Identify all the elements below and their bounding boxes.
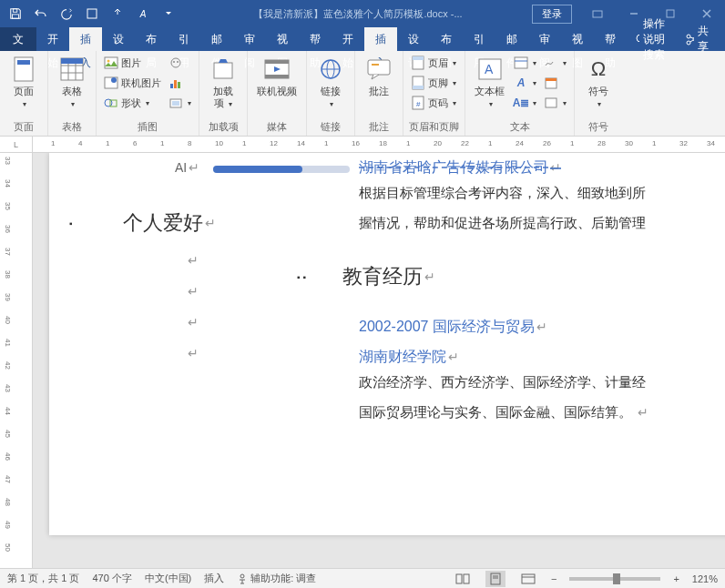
cover-page-button[interactable]: 页面▾ (5, 53, 42, 112)
zoom-level[interactable]: 121% (692, 573, 718, 584)
screenshot-button[interactable]: ▾ (167, 93, 193, 113)
right-column: 湖南省若晗广告传媒有限公司↵ 根据目标管理综合考评内容，深入、细致地到所 握情况… (359, 158, 725, 427)
tab-插入[interactable]: 插入 (364, 27, 397, 51)
accessibility-check[interactable]: 辅助功能: 调查 (237, 572, 316, 585)
online-picture-icon (104, 76, 118, 90)
link-icon (316, 55, 345, 84)
zoom-out-button[interactable]: − (551, 573, 557, 584)
svg-rect-35 (265, 60, 289, 64)
tab-5[interactable]: 邮件 (200, 27, 233, 51)
header-button[interactable]: 页眉 ▾ (409, 53, 458, 73)
paragraph-marker: ↵ (188, 253, 322, 268)
zoom-slider[interactable] (569, 577, 660, 581)
ribbon-display-button[interactable] (579, 0, 616, 27)
pagenum-button[interactable]: #页码 ▾ (409, 93, 458, 113)
table-button[interactable]: 表格▾ (54, 53, 90, 112)
work-desc-1: 根据目标管理综合考评内容，深入、细致地到所 (359, 177, 725, 208)
tab-视图[interactable]: 视图 (561, 27, 594, 51)
svg-rect-32 (172, 101, 179, 106)
paragraph-marker: ↵ (188, 315, 322, 329)
tab-8[interactable]: 帮助 (299, 27, 332, 51)
link-button[interactable]: 链接▾ (312, 53, 349, 112)
file-tab[interactable]: 文件 (0, 27, 36, 51)
wordart-button[interactable]: A▾ (512, 73, 538, 93)
svg-rect-18 (61, 58, 83, 64)
undo-button[interactable] (29, 4, 53, 24)
svg-rect-28 (170, 84, 173, 88)
tab-布局[interactable]: 布局 (430, 27, 463, 51)
word-count[interactable]: 470 个字 (92, 572, 131, 585)
edu-date-major: 2002-2007 国际经济与贸易↵ (359, 318, 725, 337)
online-video-button[interactable]: 联机视频 (253, 53, 301, 99)
picture-button[interactable]: 图片 (102, 53, 163, 73)
language-indicator[interactable]: 中文(中国) (145, 572, 191, 585)
qat-ai-button[interactable]: A (131, 4, 155, 24)
screenshot-icon (168, 96, 183, 110)
quick-parts-button[interactable]: ▾ (512, 53, 538, 73)
share-button[interactable]: 共享 (672, 24, 725, 55)
print-layout-button[interactable] (485, 571, 505, 587)
symbol-icon: Ω (584, 55, 613, 84)
tab-7[interactable]: 视图 (266, 27, 299, 51)
tab-帮助[interactable]: 帮助 (594, 27, 627, 51)
parts-icon (514, 56, 528, 70)
tab-开始[interactable]: 开始 (332, 27, 364, 51)
qat-btn-4[interactable] (80, 4, 104, 24)
svg-rect-2 (87, 9, 97, 18)
header-icon (411, 56, 425, 70)
chart-button[interactable] (167, 73, 193, 93)
online-picture-button[interactable]: 联机图片 (102, 73, 163, 93)
horizontal-ruler[interactable]: 14161810112141161812022124261283013234 (33, 137, 725, 153)
svg-rect-1 (13, 15, 19, 18)
tab-4[interactable]: 引用 (168, 27, 200, 51)
object-button[interactable]: ▾ (542, 93, 568, 113)
zoom-thumb[interactable] (613, 573, 620, 584)
page-indicator[interactable]: 第 1 页，共 1 页 (7, 572, 79, 585)
tab-邮件[interactable]: 邮件 (495, 27, 528, 51)
ribbon-group-text: A 文本框▾ ▾ A▾ A≣▾ ▾ ▾ 文本 (465, 51, 575, 136)
ruler-corner[interactable]: L (0, 137, 33, 153)
qat-customize-dropdown[interactable] (157, 4, 180, 24)
read-mode-button[interactable] (453, 571, 473, 587)
insert-mode[interactable]: 插入 (204, 572, 224, 585)
save-button[interactable] (4, 4, 27, 24)
icons-icon (168, 56, 183, 70)
ribbon-group-comment: 批注 批注 (355, 51, 403, 136)
tab-设计[interactable]: 设计 (397, 27, 430, 51)
document-area: 333435363738394041424344454647484950 AI↵… (0, 153, 725, 568)
textbox-button[interactable]: A 文本框▾ (471, 53, 508, 112)
tab-0[interactable]: 开始 (36, 27, 69, 51)
web-layout-button[interactable] (518, 571, 538, 587)
redo-button[interactable] (55, 4, 78, 24)
touch-mode-button[interactable] (106, 4, 129, 24)
tab-审阅[interactable]: 审阅 (528, 27, 561, 51)
addins-button[interactable]: 加载 项 ▾ (205, 53, 241, 112)
tab-6[interactable]: 审阅 (233, 27, 266, 51)
datetime-button[interactable] (542, 73, 568, 93)
vertical-ruler[interactable]: 333435363738394041424344454647484950 (0, 153, 33, 568)
ribbon-group-header-footer: 页眉 ▾ 页脚 ▾ #页码 ▾ 页眉和页脚 (403, 51, 465, 136)
left-column: AI↵ 个人爱好↵ ↵↵↵↵ (131, 158, 322, 427)
svg-point-55 (240, 574, 244, 578)
tell-me-label: 操作说明搜索 (643, 16, 672, 63)
icons-button[interactable] (167, 53, 193, 73)
tab-3[interactable]: 布局 (135, 27, 168, 51)
svg-rect-36 (265, 75, 289, 78)
comment-button[interactable]: 批注 (361, 53, 397, 99)
login-button[interactable]: 登录 (532, 5, 572, 24)
object-icon (544, 96, 558, 110)
zoom-in-button[interactable]: + (673, 573, 679, 584)
shapes-button[interactable]: 形状 ▾ (102, 93, 163, 113)
tell-me[interactable]: 操作说明搜索 (634, 16, 672, 63)
document-scroll[interactable]: AI↵ 个人爱好↵ ↵↵↵↵ 湖南省若晗广告传媒有限公司↵ 根据目标管理综合考评… (33, 153, 725, 568)
svg-rect-50 (515, 57, 527, 68)
tab-1[interactable]: 插入 (69, 27, 102, 51)
symbol-button[interactable]: Ω 符号▾ (580, 53, 617, 112)
dropcap-button[interactable]: A≣▾ (512, 93, 538, 113)
quick-access-toolbar: A (0, 4, 184, 24)
table-icon (57, 55, 87, 84)
signature-button[interactable]: ▾ (542, 53, 568, 73)
tab-引用[interactable]: 引用 (463, 27, 495, 51)
footer-button[interactable]: 页脚 ▾ (409, 73, 458, 93)
tab-2[interactable]: 设计 (102, 27, 135, 51)
